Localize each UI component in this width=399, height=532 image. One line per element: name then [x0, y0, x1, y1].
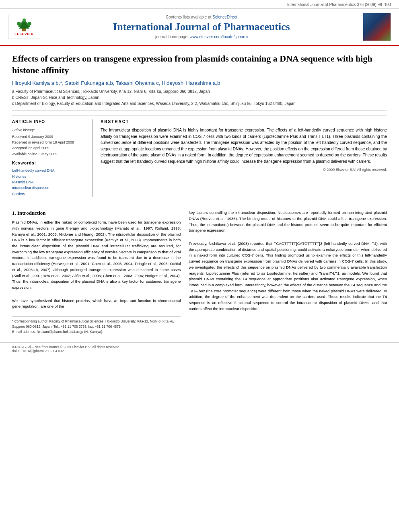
article-title: Effects of carriers on transgene express…	[12, 53, 387, 76]
article-info-panel: ARTICLE INFO Article history: Received 9…	[12, 119, 93, 197]
journal-cover-image	[363, 13, 391, 41]
contents-available-line: Contents lists available at ScienceDirec…	[40, 15, 363, 19]
abstract-section: ABSTRACT The intranuclear disposition of…	[101, 119, 387, 197]
homepage-link[interactable]: www.elsevier.com/locate/ijpharm	[190, 35, 248, 39]
page: International Journal of Pharmaceutics 3…	[0, 0, 399, 532]
elsevier-logo: ELSEVIER	[8, 15, 40, 39]
email-label: E-mail address:	[12, 330, 36, 334]
svg-point-4	[27, 22, 31, 26]
issn-line: 0378-5173/$ – see front matter © 2009 El…	[12, 345, 387, 349]
elsevier-label: ELSEVIER	[14, 32, 34, 36]
history-label: Article history:	[12, 127, 86, 133]
journal-title-center: Contents lists available at ScienceDirec…	[40, 15, 363, 39]
right-paragraph-2: Previously, Nishikawa et al. (2003) repo…	[189, 241, 387, 312]
citation-text: International Journal of Pharmaceutics 3…	[287, 2, 391, 7]
received-date: Received 9 January 2009	[12, 135, 53, 139]
svg-point-3	[17, 22, 21, 26]
affiliation-b: b CREST, Japan Science and Technology, J…	[12, 94, 387, 101]
journal-header: ELSEVIER Contents lists available at Sci…	[0, 9, 399, 46]
article-history: Article history: Received 9 January 2009…	[12, 127, 86, 157]
copyright-line: © 2009 Elsevier B.V. All rights reserved…	[101, 168, 387, 172]
doi-line: doi:10.1016/j.ijpharm.2009.04.032	[12, 349, 387, 353]
elsevier-tree-icon	[14, 18, 34, 32]
main-content: 1. Introduction Plasmid DNAs, in either …	[12, 204, 387, 334]
keyword-5: Carriers	[12, 191, 86, 197]
available-date: Available online 3 May 2009	[12, 152, 57, 156]
article-body: Effects of carriers on transgene express…	[0, 46, 399, 342]
affiliation-c: c Department of Biology, Faculty of Educ…	[12, 101, 387, 107]
accepted-date: Accepted 22 April 2009	[12, 146, 49, 150]
affiliation-a: a Faculty of Pharmaceutical Sciences, Ho…	[12, 88, 387, 94]
corresponding-author-footnote: * Corresponding author: Faculty of Pharm…	[12, 319, 181, 329]
keywords-heading: Keywords:	[12, 161, 86, 165]
left-column: 1. Introduction Plasmid DNAs, in either …	[12, 210, 181, 334]
keyword-4: Intranuclear disposition	[12, 185, 86, 191]
email-footnote: E-mail address: hirakam@pharm.hokudai.ac…	[12, 329, 181, 335]
right-column: key factors controlling the intranuclear…	[189, 210, 387, 334]
bottom-bar: 0378-5173/$ – see front matter © 2009 El…	[0, 342, 399, 355]
received-revised-date: Received in revised form 18 April 2009	[12, 140, 74, 144]
citation-bar: International Journal of Pharmaceutics 3…	[0, 0, 399, 9]
email-value: hirakam@pharm.hokudai.ac.jp (H. Kamiya).	[37, 330, 103, 334]
sciencedirect-link[interactable]: ScienceDirect	[212, 15, 237, 19]
divider	[12, 111, 387, 111]
affiliations: a Faculty of Pharmaceutical Sciences, Ho…	[12, 88, 387, 107]
journal-homepage: journal homepage: www.elsevier.com/locat…	[40, 35, 363, 39]
footnote-section: * Corresponding author: Faculty of Pharm…	[12, 316, 181, 334]
svg-point-5	[23, 18, 26, 22]
intro-paragraph-1: Plasmid DNAs, in either the naked or com…	[12, 220, 181, 291]
right-paragraph-1: key factors controlling the intranuclear…	[189, 210, 387, 234]
article-info-abstract-row: ARTICLE INFO Article history: Received 9…	[12, 115, 387, 197]
abstract-text: The intranuclear disposition of plasmid …	[101, 127, 387, 164]
abstract-heading: ABSTRACT	[101, 119, 387, 124]
keywords-section: Keywords: Left-handedly curved DNA Histo…	[12, 161, 86, 197]
keyword-1: Left-handedly curved DNA	[12, 168, 86, 173]
introduction-heading: 1. Introduction	[12, 210, 181, 216]
article-info-heading: ARTICLE INFO	[12, 119, 86, 124]
keyword-3: Plasmid DNA	[12, 179, 86, 185]
authors-line: Hiroyuki Kamiya a,b,*, Satoki Fukunaga a…	[12, 80, 387, 86]
intro-paragraph-2: We have hypothesized that histone protei…	[12, 298, 181, 310]
svg-rect-0	[22, 28, 26, 31]
journal-title: International Journal of Pharmaceutics	[40, 21, 363, 33]
keyword-2: Histones	[12, 174, 86, 179]
